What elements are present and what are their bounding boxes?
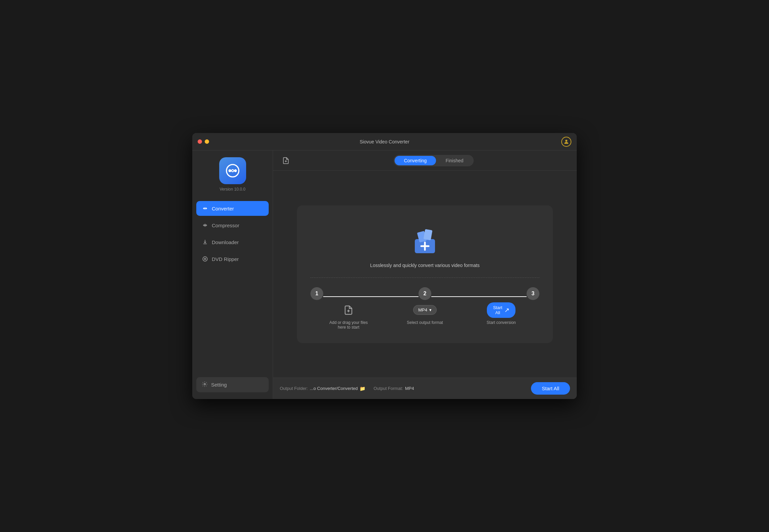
- format-dropdown[interactable]: MP4 ▾: [413, 305, 437, 315]
- svg-point-3: [234, 169, 237, 172]
- output-format-value: MP4: [405, 386, 414, 391]
- tab-converting[interactable]: Converting: [395, 156, 436, 165]
- step-3-circle: 3: [527, 287, 539, 300]
- logo-icon: [219, 157, 246, 184]
- start-all-large-button[interactable]: Start All: [531, 382, 570, 395]
- chevron-down-icon: ▾: [429, 307, 432, 312]
- drop-area[interactable]: Losslessly and quickly convert various v…: [297, 205, 553, 343]
- drop-description: Losslessly and quickly convert various v…: [370, 263, 479, 268]
- steps-row: 1: [310, 287, 539, 330]
- downloader-icon: [202, 239, 208, 245]
- body: Version 10.0.0 Converter: [192, 151, 577, 399]
- close-button[interactable]: [198, 139, 202, 144]
- dvd-ripper-label: DVD Ripper: [212, 256, 239, 262]
- tab-group: Converting Finished: [394, 155, 474, 166]
- downloader-label: Downloader: [212, 239, 239, 245]
- svg-point-8: [203, 257, 207, 261]
- nav-items: Converter Compressor: [196, 201, 269, 377]
- svg-point-10: [204, 384, 206, 385]
- svg-rect-15: [424, 229, 433, 240]
- converter-label: Converter: [212, 206, 234, 211]
- setting-icon: [202, 381, 208, 388]
- titlebar: Siovue Video Converter: [192, 133, 577, 151]
- version-label: Version 10.0.0: [220, 187, 245, 192]
- tab-finished[interactable]: Finished: [436, 156, 473, 165]
- sidebar-item-converter[interactable]: Converter: [196, 201, 269, 216]
- main-header: Converting Finished: [273, 151, 577, 171]
- drop-icon: [408, 222, 442, 256]
- connector-3-left: [463, 296, 527, 297]
- svg-point-2: [228, 169, 231, 172]
- sidebar-item-downloader[interactable]: Downloader: [196, 235, 269, 250]
- setting-label: Setting: [211, 382, 227, 388]
- connector-2-right: [431, 296, 463, 297]
- svg-point-9: [204, 258, 206, 260]
- user-icon[interactable]: [561, 137, 571, 147]
- add-file-button[interactable]: [280, 155, 292, 167]
- divider: [310, 277, 539, 278]
- step-2-circle: 2: [419, 287, 431, 300]
- start-all-small-icon: Start All ↗: [495, 304, 507, 316]
- svg-point-0: [565, 140, 567, 142]
- main-area: Converting Finished: [273, 151, 577, 399]
- step-3: 3 Start All ↗ Start conversion: [463, 287, 539, 325]
- bottom-bar: Output Folder: ...o Converter/Converted …: [273, 377, 577, 399]
- app-logo: Version 10.0.0: [196, 157, 269, 192]
- dvd-ripper-icon: [202, 256, 208, 262]
- step-3-label: Start conversion: [487, 320, 516, 325]
- main-content: Losslessly and quickly convert various v…: [273, 171, 577, 377]
- folder-icon[interactable]: 📁: [360, 386, 365, 391]
- connector-1-2: [323, 296, 387, 297]
- add-files-icon: [342, 304, 355, 316]
- svg-point-1: [226, 165, 239, 177]
- step-2: 2 MP4 ▾ Select output format: [387, 287, 463, 325]
- connector-2-left: [387, 296, 419, 297]
- cursor-icon: ↗: [504, 306, 509, 314]
- step-1: 1: [310, 287, 387, 330]
- app-window: Siovue Video Converter: [192, 133, 577, 399]
- output-folder-info: Output Folder: ...o Converter/Converted …: [280, 386, 365, 391]
- step-2-label: Select output format: [407, 320, 443, 325]
- sidebar-item-compressor[interactable]: Compressor: [196, 218, 269, 233]
- start-all-small-button[interactable]: Start All ↗: [487, 302, 515, 318]
- compressor-icon: [202, 222, 208, 229]
- output-folder-label: Output Folder:: [280, 386, 308, 391]
- format-select-icon: MP4 ▾: [419, 304, 431, 316]
- sidebar-item-dvd-ripper[interactable]: DVD Ripper: [196, 252, 269, 266]
- step-1-label: Add or drag your files here to start: [329, 320, 368, 330]
- minimize-button[interactable]: [205, 139, 209, 144]
- user-icon-wrap[interactable]: [561, 137, 571, 147]
- output-format-label: Output Format:: [373, 386, 403, 391]
- step-1-circle: 1: [310, 287, 323, 300]
- compressor-label: Compressor: [212, 223, 239, 228]
- window-title: Siovue Video Converter: [360, 139, 409, 144]
- converter-icon: [202, 205, 208, 212]
- sidebar-item-setting[interactable]: Setting: [196, 377, 269, 392]
- traffic-lights: [198, 139, 209, 144]
- output-folder-value: ...o Converter/Converted: [310, 386, 358, 391]
- sidebar: Version 10.0.0 Converter: [192, 151, 273, 399]
- output-format-info: Output Format: MP4: [373, 386, 414, 391]
